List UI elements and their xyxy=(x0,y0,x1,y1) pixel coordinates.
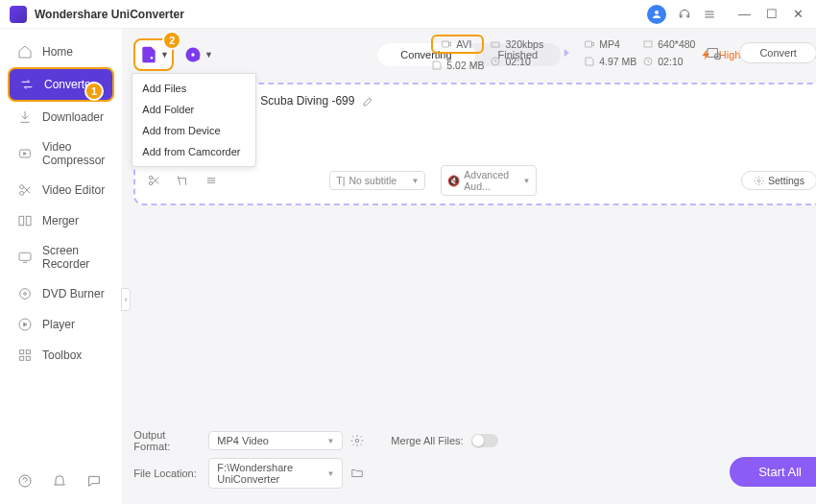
sidebar-item-home[interactable]: Home xyxy=(8,36,114,67)
target-resolution: 640*480 xyxy=(642,38,695,50)
sidebar-item-downloader[interactable]: Downloader xyxy=(8,102,114,132)
sidebar-item-editor[interactable]: Video Editor xyxy=(8,175,114,205)
chevron-down-icon: ▼ xyxy=(160,50,169,60)
open-folder-icon[interactable] xyxy=(350,467,364,480)
merge-label: Merge All Files: xyxy=(391,435,463,446)
file-settings-button[interactable]: Settings xyxy=(741,171,816,190)
source-duration: 02:10 xyxy=(490,56,543,67)
output-settings-icon[interactable] xyxy=(705,44,722,61)
file-title: Scuba Diving -699 xyxy=(260,94,354,108)
effects-icon[interactable] xyxy=(204,174,218,187)
menu-add-files[interactable]: Add Files xyxy=(132,78,255,99)
sidebar-item-dvd[interactable]: DVD Burner xyxy=(8,278,114,309)
collapse-sidebar-button[interactable]: ‹ xyxy=(121,288,131,311)
svg-rect-18 xyxy=(492,42,499,47)
convert-button[interactable]: Convert xyxy=(739,42,816,63)
svg-point-7 xyxy=(20,289,31,300)
merge-toggle[interactable] xyxy=(471,434,498,447)
add-files-button[interactable]: 2 ▼ xyxy=(133,38,174,71)
svg-point-25 xyxy=(150,176,154,180)
avatar[interactable] xyxy=(647,5,666,24)
subtitle-select[interactable]: T|No subtitle▼ xyxy=(329,171,425,190)
source-format: AVI xyxy=(431,35,484,54)
audio-select[interactable]: 🔇Advanced Aud...▼ xyxy=(441,165,537,196)
start-all-button[interactable]: Start All xyxy=(730,457,816,487)
svg-rect-13 xyxy=(26,356,30,360)
bottom-bar: Output Format: MP4 Video▼ Merge All File… xyxy=(133,423,816,496)
svg-rect-12 xyxy=(20,356,24,360)
svg-rect-6 xyxy=(19,252,31,260)
content-area: ‹ 2 ▼ ▼ Converting Finished High Speed C… xyxy=(122,29,816,504)
svg-point-2 xyxy=(20,185,24,189)
edit-icon[interactable] xyxy=(362,95,374,108)
svg-rect-21 xyxy=(644,41,652,47)
crop-icon[interactable] xyxy=(176,174,189,187)
sidebar-item-player[interactable]: Player xyxy=(8,309,114,340)
output-format-label: Output Format: xyxy=(133,429,201,452)
svg-point-0 xyxy=(655,11,659,14)
add-dvd-button[interactable]: ▼ xyxy=(181,38,214,71)
svg-rect-10 xyxy=(20,350,24,354)
sidebar: 1 Home Converter Downloader Video Compre… xyxy=(0,29,122,504)
target-duration: 02:10 xyxy=(642,56,695,67)
target-size: 4.97 MB xyxy=(584,56,636,67)
sidebar-item-recorder[interactable]: Screen Recorder xyxy=(8,236,114,278)
hamburger-icon[interactable] xyxy=(703,8,716,21)
step-badge-2: 2 xyxy=(162,31,181,50)
file-location-select[interactable]: F:\Wondershare UniConverter▼ xyxy=(208,458,343,489)
svg-rect-23 xyxy=(708,49,718,58)
close-button[interactable]: ✕ xyxy=(790,7,806,21)
sidebar-item-label: DVD Burner xyxy=(42,287,105,300)
svg-rect-11 xyxy=(26,350,30,354)
svg-point-3 xyxy=(20,191,24,195)
sidebar-item-label: Player xyxy=(42,318,75,331)
app-title: Wondershare UniConverter xyxy=(35,8,184,21)
svg-rect-17 xyxy=(443,41,449,47)
arrow-right-icon xyxy=(554,43,573,62)
app-logo xyxy=(10,6,27,23)
svg-rect-5 xyxy=(26,216,31,225)
sidebar-item-label: Toolbox xyxy=(42,348,82,362)
sidebar-item-label: Video Compressor xyxy=(42,140,105,167)
sidebar-item-label: Screen Recorder xyxy=(42,244,105,271)
format-settings-icon[interactable] xyxy=(350,434,364,447)
step-badge-1: 1 xyxy=(84,82,104,101)
sidebar-item-label: Downloader xyxy=(42,110,104,124)
svg-rect-4 xyxy=(19,216,24,225)
chat-icon[interactable] xyxy=(86,473,102,489)
menu-add-folder[interactable]: Add Folder xyxy=(132,99,255,120)
svg-point-27 xyxy=(757,180,760,182)
output-format-select[interactable]: MP4 Video▼ xyxy=(208,431,343,450)
sidebar-item-compressor[interactable]: Video Compressor xyxy=(8,132,114,175)
sidebar-item-label: Merger xyxy=(42,214,79,228)
sidebar-item-label: Home xyxy=(42,45,73,59)
svg-point-16 xyxy=(191,53,194,56)
svg-rect-20 xyxy=(586,41,592,47)
maximize-button[interactable]: ☐ xyxy=(763,7,780,21)
sidebar-item-label: Video Editor xyxy=(42,183,105,197)
svg-point-26 xyxy=(150,181,154,185)
svg-point-28 xyxy=(356,439,360,443)
menu-add-camcorder[interactable]: Add from Camcorder xyxy=(132,141,255,162)
target-format: MP4 xyxy=(584,38,636,50)
file-location-label: File Location: xyxy=(133,468,201,479)
add-file-icon xyxy=(139,45,158,64)
minimize-button[interactable]: — xyxy=(735,7,754,21)
chevron-down-icon: ▼ xyxy=(204,50,213,60)
sidebar-item-toolbox[interactable]: Toolbox xyxy=(8,340,114,371)
add-files-dropdown: Add Files Add Folder Add from Device Add… xyxy=(132,73,256,167)
svg-point-8 xyxy=(24,293,27,296)
titlebar: Wondershare UniConverter — ☐ ✕ xyxy=(0,0,816,29)
menu-add-device[interactable]: Add from Device xyxy=(132,120,255,141)
source-size: 5.02 MB xyxy=(431,60,484,71)
help-icon[interactable] xyxy=(17,473,33,489)
headset-icon[interactable] xyxy=(678,8,691,21)
sidebar-item-merger[interactable]: Merger xyxy=(8,205,114,236)
disc-icon xyxy=(183,45,203,64)
trim-icon[interactable] xyxy=(147,174,160,187)
source-bitrate: 320kbps xyxy=(490,38,543,50)
bell-icon[interactable] xyxy=(52,473,67,489)
